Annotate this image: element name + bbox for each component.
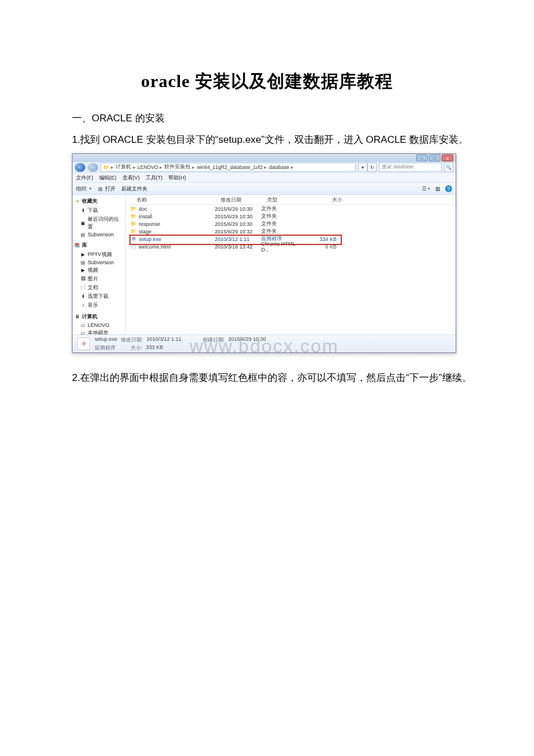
search-input[interactable]: 搜索 database xyxy=(379,163,442,172)
drive-icon: ▭ xyxy=(80,322,86,328)
sidebar-item-pptv[interactable]: ▶PPTV视频 xyxy=(74,250,124,259)
picture-icon: 🖼 xyxy=(80,276,86,282)
file-row[interactable]: 📁response2015/6/29 10:30文件夹 xyxy=(126,220,456,228)
minimize-button[interactable]: – xyxy=(416,154,428,161)
file-date: 2015/6/29 10:30 xyxy=(215,221,261,227)
back-button[interactable]: ← xyxy=(75,163,85,172)
file-name: welcome.html xyxy=(139,244,171,250)
file-type: 文件夹 xyxy=(261,213,305,220)
menu-file[interactable]: 文件(F) xyxy=(76,174,93,182)
file-row[interactable]: 📁doc2015/6/29 10:30文件夹 xyxy=(126,205,456,213)
sidebar-item-downloads[interactable]: ⬇下载 xyxy=(74,206,124,215)
section-heading: 一、ORACLE 的安装 xyxy=(52,110,482,128)
breadcrumb-sep: ▸ xyxy=(291,164,294,170)
column-type[interactable]: 类型 xyxy=(267,196,311,204)
column-date[interactable]: 修改日期 xyxy=(221,196,267,204)
column-name[interactable]: 名称 xyxy=(126,196,221,204)
breadcrumb-item[interactable]: 计算机 xyxy=(116,164,131,171)
file-name: install xyxy=(139,214,152,219)
explorer-window: – □ x ← → 📁 ▸ 计算机 ▸ LENOVO ▸ 软件安装包 ▸ xyxy=(72,153,456,353)
menu-edit[interactable]: 编辑(E) xyxy=(99,174,117,182)
file-size: 334 KB xyxy=(305,236,340,242)
sidebar-item-label: 文档 xyxy=(88,284,98,291)
sidebar-item-lenovo[interactable]: ▭LENOVO xyxy=(74,322,124,329)
file-name: response xyxy=(139,221,160,227)
breadcrumb[interactable]: 📁 ▸ 计算机 ▸ LENOVO ▸ 软件安装包 ▸ win64_11gR2_d… xyxy=(100,163,356,172)
sidebar-item-localdisk[interactable]: ▭本地磁盘 xyxy=(74,329,124,334)
menu-tools[interactable]: 工具(T) xyxy=(146,174,163,182)
folder-icon: 📁 xyxy=(103,164,109,170)
address-dropdown[interactable]: ▾ xyxy=(358,163,367,172)
file-icon: 📁 xyxy=(131,206,136,212)
open-icon: ▤ xyxy=(98,186,103,192)
sidebar-item-label: 视频 xyxy=(88,267,98,274)
breadcrumb-item[interactable]: LENOVO xyxy=(138,164,158,170)
sidebar-favorites-head[interactable]: ★ 收藏夹 xyxy=(74,197,124,205)
file-type: 文件夹 xyxy=(261,220,305,228)
open-button[interactable]: ▤ 打开 xyxy=(98,185,116,193)
sidebar-libraries-head[interactable]: 📚 库 xyxy=(74,242,124,249)
file-icon: 📁 xyxy=(131,221,136,227)
refresh-button[interactable]: ↻ xyxy=(367,163,377,172)
file-type: 文件夹 xyxy=(261,205,305,213)
file-name: doc xyxy=(139,206,147,212)
titlebar: – □ x xyxy=(73,154,456,162)
file-icon: 📄 xyxy=(131,244,136,250)
download-icon: ⬇ xyxy=(80,294,86,300)
sidebar-item-music[interactable]: ♪音乐 xyxy=(74,301,124,309)
file-row[interactable]: 📁stage2015/6/29 10:32文件夹 xyxy=(126,228,456,235)
organize-button[interactable]: 组织 xyxy=(76,185,92,193)
sidebar-item-documents[interactable]: 📄文档 xyxy=(74,283,124,292)
explorer-body: ★ 收藏夹 ⬇下载 ▣最近访问的位置 ▤Subversion 📚 库 ▶PPTV… xyxy=(73,195,456,334)
menu-help[interactable]: 帮助(H) xyxy=(168,174,186,182)
sidebar-item-recent[interactable]: ▣最近访问的位置 xyxy=(74,215,124,231)
sidebar-item-xunlei[interactable]: ⬇迅雷下载 xyxy=(74,292,124,301)
recent-icon: ▣ xyxy=(80,220,86,226)
view-mode-button[interactable]: ☰ xyxy=(422,185,430,193)
breadcrumb-item[interactable]: 软件安装包 xyxy=(164,164,190,171)
column-size[interactable]: 大小 xyxy=(311,196,346,204)
file-name: stage xyxy=(139,229,151,235)
sidebar-computer-label: 计算机 xyxy=(82,313,98,321)
explorer-screenshot: – □ x ← → 📁 ▸ 计算机 ▸ LENOVO ▸ 软件安装包 ▸ xyxy=(46,153,482,359)
help-button[interactable]: ? xyxy=(445,185,452,192)
file-icon: 📁 xyxy=(131,229,136,235)
document-icon: 📄 xyxy=(80,285,86,291)
file-name: setup.exe xyxy=(139,236,161,242)
sidebar-item-videos[interactable]: ▶视频 xyxy=(74,266,124,275)
sidebar-item-subversion[interactable]: ▤Subversion xyxy=(74,231,124,238)
file-icon: 📁 xyxy=(131,214,136,219)
file-date: 2015/6/29 10:30 xyxy=(215,206,261,212)
breadcrumb-item[interactable]: database xyxy=(269,164,289,170)
sidebar-favorites-label: 收藏夹 xyxy=(82,197,98,205)
menubar: 文件(F) 编辑(E) 查看(V) 工具(T) 帮助(H) xyxy=(73,172,456,182)
sidebar-item-label: 本地磁盘 xyxy=(88,329,109,334)
preview-pane-button[interactable]: ▥ xyxy=(434,185,442,193)
toolbar: 组织 ▤ 打开 新建文件夹 ☰ ▥ ? xyxy=(73,182,456,195)
column-header-row: 名称 修改日期 类型 大小 xyxy=(126,195,456,205)
maximize-button[interactable]: □ xyxy=(429,154,441,161)
file-date: 2015/6/29 10:30 xyxy=(215,214,261,219)
sidebar-item-label: 最近访问的位置 xyxy=(88,215,124,231)
page-title: oracle 安装以及创建数据库教程 xyxy=(52,70,482,93)
sidebar-item-label: 下载 xyxy=(88,207,98,214)
sidebar-item-svn2[interactable]: ▤Subversion xyxy=(74,259,124,266)
file-row[interactable]: 📁install2015/6/29 10:30文件夹 xyxy=(126,213,456,220)
breadcrumb-sep: ▸ xyxy=(160,164,163,170)
sidebar: ★ 收藏夹 ⬇下载 ▣最近访问的位置 ▤Subversion 📚 库 ▶PPTV… xyxy=(73,195,126,334)
forward-button[interactable]: → xyxy=(88,163,98,172)
sidebar-item-label: LENOVO xyxy=(88,322,110,328)
search-icon[interactable]: 🔍 xyxy=(444,163,453,172)
sidebar-computer-head[interactable]: 🖥 计算机 xyxy=(74,313,124,321)
breadcrumb-sep: ▸ xyxy=(111,164,114,170)
sidebar-item-pictures[interactable]: 🖼图片 xyxy=(74,275,124,283)
file-row[interactable]: 📄welcome.html2010/3/16 13:42Chrome HTML … xyxy=(126,243,456,250)
file-type: 文件夹 xyxy=(261,228,305,235)
libraries-icon: 📚 xyxy=(74,243,80,249)
menu-view[interactable]: 查看(V) xyxy=(122,174,140,182)
address-bar: ← → 📁 ▸ 计算机 ▸ LENOVO ▸ 软件安装包 ▸ win64_11g… xyxy=(73,162,456,172)
close-button[interactable]: x xyxy=(442,154,453,161)
file-size: 6 KB xyxy=(305,244,340,250)
breadcrumb-item[interactable]: win64_11gR2_database_1of2 xyxy=(197,164,262,170)
new-folder-button[interactable]: 新建文件夹 xyxy=(121,185,147,193)
